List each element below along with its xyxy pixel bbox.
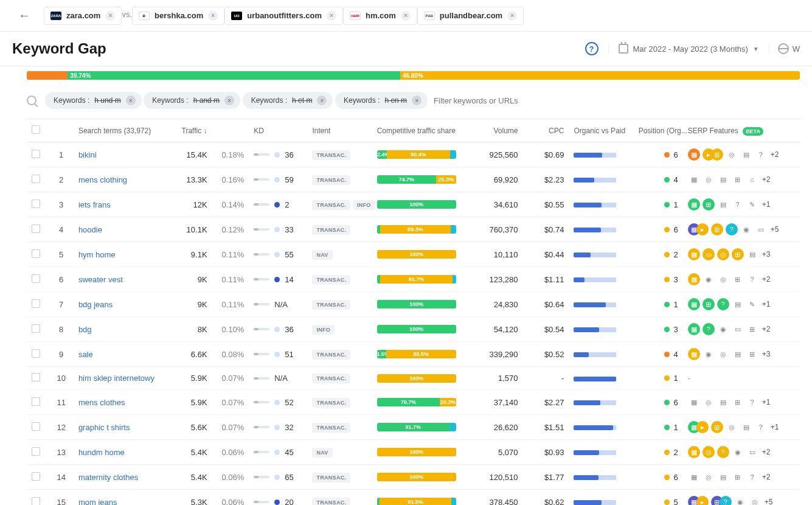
filter-input[interactable] [434, 96, 800, 105]
competitor-chip[interactable]: UOurbanoutfitters.com× [224, 7, 343, 25]
serp-more-count[interactable]: +2 [762, 325, 771, 333]
serp-feature-icon[interactable]: ⊞ [732, 273, 744, 285]
competitor-chip[interactable]: ZARAzara.com× [44, 7, 122, 25]
serp-feature-icon[interactable]: ▭ [746, 446, 758, 458]
keyword-link[interactable]: mens clothing [78, 175, 127, 184]
remove-competitor-icon[interactable]: × [401, 11, 411, 21]
serp-more-count[interactable]: +1 [762, 398, 771, 406]
serp-more-count[interactable]: +1 [762, 300, 771, 308]
serp-more-count[interactable]: +2 [771, 150, 779, 159]
filter-chip[interactable]: Keywords : h und m× [45, 92, 142, 109]
serp-more-count[interactable]: +1 [762, 200, 771, 209]
col-position[interactable]: Position (Org... [634, 119, 683, 142]
competitor-chip[interactable]: P&Bpullandbear.com× [417, 7, 524, 25]
keyword-link[interactable]: mom jeans [78, 498, 117, 506]
serp-more-count[interactable]: +3 [762, 250, 771, 259]
serp-more-count[interactable]: +3 [762, 350, 771, 358]
serp-feature-icon[interactable]: ? [717, 298, 729, 310]
serp-feature-icon[interactable]: ✎ [746, 298, 758, 310]
back-button[interactable]: ← [12, 5, 36, 26]
serp-feature-icon[interactable]: ▤ [717, 173, 729, 186]
keyword-link[interactable]: bdg [78, 325, 92, 334]
serp-feature-icon[interactable]: ⊞ [732, 248, 744, 260]
col-traffic[interactable]: Traffic ↓ [169, 119, 212, 142]
serp-feature-icon[interactable]: ◉ [732, 446, 744, 458]
row-checkbox[interactable] [32, 200, 40, 208]
serp-feature-icon[interactable]: ◎ [749, 496, 761, 505]
keyword-link[interactable]: bikini [78, 150, 97, 159]
remove-competitor-icon[interactable]: × [105, 11, 115, 21]
serp-feature-icon[interactable]: ? [720, 496, 732, 505]
serp-feature-icon[interactable]: ◉ [740, 223, 752, 235]
row-checkbox[interactable] [32, 397, 40, 406]
serp-feature-icon[interactable]: ◉ [703, 348, 715, 360]
serp-feature-icon[interactable]: ? [746, 396, 758, 408]
serp-feature-icon[interactable]: ⊞ [711, 421, 723, 433]
serp-more-count[interactable]: +2 [762, 448, 771, 456]
serp-feature-icon[interactable]: ⊞ [746, 348, 758, 360]
serp-more-count[interactable]: +2 [762, 473, 771, 481]
serp-feature-icon[interactable]: ? [746, 471, 758, 483]
serp-feature-icon[interactable]: ▭ [703, 248, 715, 260]
serp-feature-icon[interactable]: ◉ [703, 273, 715, 285]
serp-feature-icon[interactable]: ▦ [688, 273, 700, 285]
serp-feature-icon[interactable]: ◎ [717, 248, 729, 260]
serp-feature-icon[interactable]: ▦ [688, 198, 700, 211]
serp-feature-icon[interactable]: ▦ [688, 298, 700, 310]
competitor-chip[interactable]: H&Mhm.com× [343, 7, 417, 25]
serp-feature-icon[interactable]: ◎ [703, 396, 715, 408]
serp-feature-icon[interactable]: ? [732, 198, 744, 211]
serp-feature-icon[interactable]: ? [703, 323, 715, 335]
serp-feature-icon[interactable]: ▤ [717, 198, 729, 211]
serp-feature-icon[interactable]: ? [746, 273, 758, 285]
keyword-link[interactable]: hym home [78, 250, 116, 259]
remove-filter-icon[interactable]: × [224, 96, 234, 105]
help-icon[interactable]: ? [585, 42, 599, 55]
row-checkbox[interactable] [32, 274, 40, 283]
serp-feature-icon[interactable]: ▦ [688, 323, 700, 335]
serp-feature-icon[interactable]: ⊞ [732, 173, 744, 186]
serp-feature-icon[interactable]: ▸ [696, 223, 709, 235]
serp-more-count[interactable]: +1 [771, 423, 779, 431]
remove-competitor-icon[interactable]: × [507, 11, 517, 21]
serp-feature-icon[interactable]: ◎ [726, 148, 738, 161]
serp-feature-icon[interactable]: ▦ [688, 173, 700, 186]
remove-filter-icon[interactable]: × [412, 96, 422, 105]
serp-feature-icon[interactable]: ▤ [740, 421, 752, 433]
serp-feature-icon[interactable]: ⌂ [746, 173, 758, 186]
row-checkbox[interactable] [32, 349, 40, 358]
row-checkbox[interactable] [32, 472, 40, 481]
serp-feature-icon[interactable]: ▸ [696, 496, 709, 505]
row-checkbox[interactable] [32, 422, 40, 431]
col-ovp[interactable]: Organic vs Paid [569, 119, 633, 142]
serp-feature-icon[interactable]: ◉ [734, 496, 746, 505]
row-checkbox[interactable] [32, 175, 40, 183]
row-checkbox[interactable] [32, 249, 40, 258]
serp-feature-icon[interactable]: ▤ [740, 148, 752, 161]
serp-feature-icon[interactable]: ⊞ [703, 198, 715, 211]
serp-feature-icon[interactable]: ▸ [696, 421, 709, 433]
keyword-link[interactable]: sweater vest [78, 275, 123, 284]
serp-feature-icon[interactable]: ▦ [688, 471, 700, 483]
serp-feature-icon[interactable]: ⊞ [732, 396, 744, 408]
serp-feature-icon[interactable]: ⊞ [711, 223, 723, 235]
serp-feature-icon[interactable]: ⊞ [711, 148, 723, 161]
serp-feature-icon[interactable]: ◉ [717, 323, 729, 335]
col-kd[interactable]: KD [249, 119, 307, 142]
keyword-link[interactable]: bdg jeans [78, 300, 113, 309]
serp-feature-icon[interactable]: ⊞ [703, 298, 715, 310]
serp-feature-icon[interactable]: ◎ [703, 446, 715, 458]
col-search-terms[interactable]: Search terms (33,972) [74, 119, 169, 142]
col-checkbox[interactable] [27, 119, 49, 142]
row-checkbox[interactable] [32, 447, 40, 456]
serp-feature-icon[interactable]: ▦ [688, 248, 700, 260]
serp-feature-icon[interactable]: ? [717, 446, 729, 458]
row-checkbox[interactable] [32, 373, 40, 381]
row-checkbox[interactable] [32, 497, 40, 506]
row-checkbox[interactable] [32, 150, 40, 158]
serp-feature-icon[interactable]: ▦ [688, 348, 700, 360]
keyword-link[interactable]: hundm home [78, 448, 125, 457]
serp-feature-icon[interactable]: ▭ [732, 323, 744, 335]
serp-more-count[interactable]: +5 [771, 225, 779, 234]
serp-more-count[interactable]: +2 [762, 275, 771, 284]
